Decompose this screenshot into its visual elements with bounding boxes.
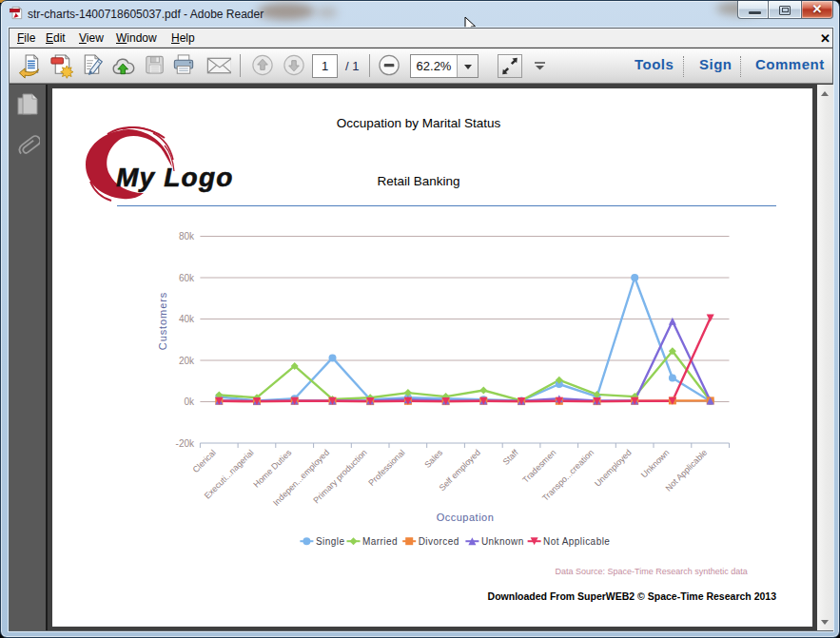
svg-text:60k: 60k	[179, 273, 195, 283]
svg-text:80k: 80k	[179, 231, 195, 242]
svg-text:Tradesmen: Tradesmen	[520, 448, 557, 485]
svg-text:Home Duties: Home Duties	[251, 447, 293, 489]
svg-text:Staff: Staff	[501, 447, 520, 466]
svg-text:Sales: Sales	[422, 447, 444, 469]
svg-text:Occupation: Occupation	[437, 512, 495, 523]
svg-text:Customers: Customers	[157, 292, 168, 350]
svg-text:Unknown: Unknown	[481, 536, 524, 547]
svg-text:Not Applicable: Not Applicable	[543, 536, 610, 547]
svg-text:20k: 20k	[179, 356, 195, 366]
svg-text:Unknown: Unknown	[639, 448, 672, 480]
svg-text:40k: 40k	[179, 314, 195, 324]
svg-text:-20k: -20k	[176, 438, 195, 449]
svg-text:Professional: Professional	[366, 448, 406, 488]
svg-text:Unemployed: Unemployed	[593, 448, 634, 489]
svg-text:Clerical: Clerical	[191, 448, 218, 474]
svg-text:Married: Married	[362, 536, 398, 547]
svg-text:Divorced: Divorced	[419, 536, 459, 547]
svg-text:0k: 0k	[184, 396, 195, 407]
svg-text:Data Source: Space-Time Resear: Data Source: Space-Time Research synthet…	[555, 567, 747, 576]
svg-text:Single: Single	[316, 536, 345, 547]
